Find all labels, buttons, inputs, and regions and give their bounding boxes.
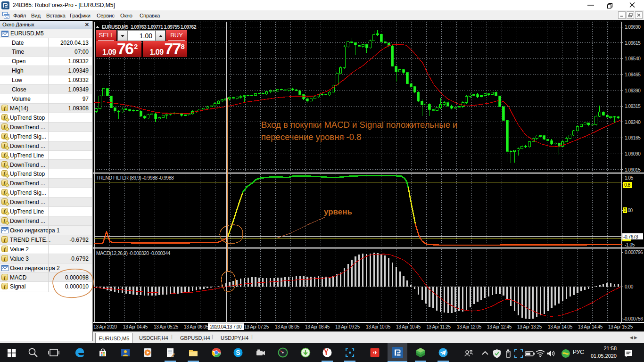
svg-text:13 Apr 08:45: 13 Apr 08:45 bbox=[305, 324, 330, 329]
svg-text:1.09763 1.09771 1.09755 1.0: 1.09763 1.09771 1.09755 1.09762 bbox=[131, 24, 197, 30]
svg-text:13 Apr 06:05: 13 Apr 06:05 bbox=[184, 324, 209, 329]
svg-text:13 Apr 08:05: 13 Apr 08:05 bbox=[275, 324, 300, 329]
svg-text:13 Apr 15:25: 13 Apr 15:25 bbox=[608, 324, 633, 329]
svg-text:0.00: 0.00 bbox=[625, 284, 634, 289]
svg-text:13 Apr 2020: 13 Apr 2020 bbox=[93, 324, 117, 329]
svg-text:2020.04.13 7:00: 2020.04.13 7:00 bbox=[210, 324, 242, 329]
svg-text:1.09390: 1.09390 bbox=[625, 88, 641, 93]
svg-text:13 Apr 09:25: 13 Apr 09:25 bbox=[335, 324, 360, 329]
svg-text:1.09015: 1.09015 bbox=[625, 167, 641, 173]
svg-text:1.09690: 1.09690 bbox=[625, 25, 641, 30]
svg-text:0.000796: 0.000796 bbox=[625, 250, 643, 255]
svg-text:1.09615: 1.09615 bbox=[625, 41, 641, 46]
svg-text:0.8: 0.8 bbox=[624, 182, 631, 188]
svg-text:.00: .00 bbox=[627, 208, 633, 213]
svg-text:EURUSD,M5: EURUSD,M5 bbox=[102, 24, 128, 30]
svg-text:Вход в покупки MACD и Signal п: Вход в покупки MACD и Signal положительн… bbox=[261, 120, 457, 130]
svg-text:13 Apr 07:25: 13 Apr 07:25 bbox=[244, 324, 269, 329]
svg-text:-0.7673: -0.7673 bbox=[623, 234, 638, 239]
svg-text:13 Apr 04:45: 13 Apr 04:45 bbox=[123, 324, 148, 329]
svg-text:0: 0 bbox=[624, 208, 627, 213]
svg-text:13 Apr 11:25: 13 Apr 11:25 bbox=[426, 324, 451, 329]
svg-text:S: S bbox=[236, 349, 240, 356]
svg-text:13 Apr 14:45: 13 Apr 14:45 bbox=[578, 324, 603, 329]
svg-text:13 Apr 13:25: 13 Apr 13:25 bbox=[517, 324, 542, 329]
svg-text:1.09465: 1.09465 bbox=[625, 72, 641, 77]
svg-text:1.09315: 1.09315 bbox=[625, 104, 641, 109]
svg-text:пересечение уровня -0.8: пересечение уровня -0.8 bbox=[261, 132, 361, 142]
svg-text:TREND FILTER (89,9) -0.9988 -0: TREND FILTER (89,9) -0.9988 -0.9988 bbox=[96, 175, 174, 181]
svg-text:13 Apr 10:05: 13 Apr 10:05 bbox=[366, 324, 391, 329]
svg-text:1.05: 1.05 bbox=[625, 175, 634, 181]
svg-text:13 Apr 14:05: 13 Apr 14:05 bbox=[548, 324, 573, 329]
svg-text:1.09540: 1.09540 bbox=[625, 56, 641, 61]
svg-text:13 Apr 12:45: 13 Apr 12:45 bbox=[487, 324, 512, 329]
svg-text:-1.05: -1.05 bbox=[625, 242, 635, 247]
svg-text:1.09240: 1.09240 bbox=[625, 120, 641, 125]
svg-text:13 Apr 10:45: 13 Apr 10:45 bbox=[396, 324, 421, 329]
svg-text:1.09165: 1.09165 bbox=[625, 135, 641, 140]
svg-text:13 Apr 12:05: 13 Apr 12:05 bbox=[457, 324, 482, 329]
svg-text:урвень: урвень bbox=[324, 207, 352, 216]
svg-text:13 Apr 05:25: 13 Apr 05:25 bbox=[154, 324, 179, 329]
svg-text:1.09090: 1.09090 bbox=[625, 151, 641, 156]
svg-text:-0.000756: -0.000756 bbox=[623, 316, 643, 321]
svg-text:MACD(12,26,9) -0.000320 -0.000: MACD(12,26,9) -0.000320 -0.000344 bbox=[96, 250, 171, 256]
